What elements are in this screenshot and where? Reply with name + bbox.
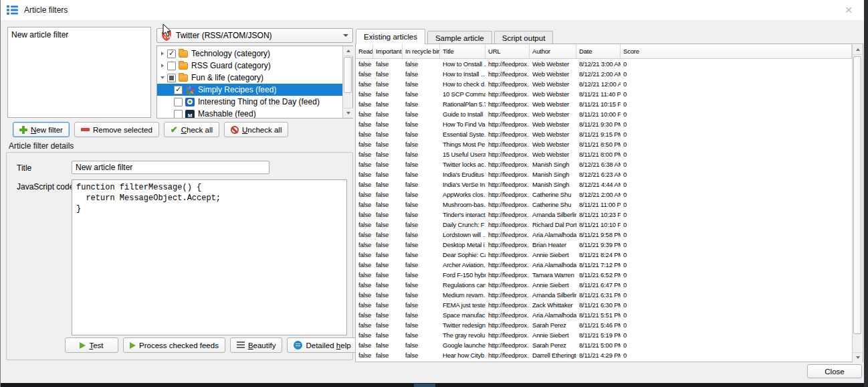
article-row[interactable]: falsefalsefalseRationalPlan 5.7…http://f… (356, 99, 852, 109)
window-close-icon[interactable]: ✕ (840, 2, 857, 18)
cell-title: India's Eruditus … (440, 169, 485, 179)
check-all-button[interactable]: ✔ Check all (164, 122, 219, 137)
checkbox[interactable] (174, 86, 183, 94)
cell-date: 8/11/21 10:00 PM (576, 109, 621, 119)
article-row[interactable]: falsefalsefalseMedium revam…http://feedp… (356, 290, 852, 300)
title-input[interactable] (72, 161, 269, 174)
column-header-important[interactable]: Important (373, 44, 403, 58)
cell-author: Brian Heater (530, 240, 576, 250)
tab-sample-article[interactable]: Sample article (427, 31, 492, 44)
article-row[interactable]: falsefalsefalseIndia's Eruditus …http://… (356, 169, 852, 179)
article-row[interactable]: falsefalsefalseHow to Install …http://fe… (356, 69, 852, 79)
beautify-button[interactable]: Beautify (230, 337, 283, 353)
column-header-author[interactable]: Author (530, 44, 576, 58)
cell-url: http://feedprox… (485, 99, 530, 109)
article-row[interactable]: falsefalsefalseLordstown will …http://fe… (356, 230, 852, 240)
scrollbar-thumb[interactable] (853, 56, 861, 334)
article-row[interactable]: falsefalsefalseGoogle launche…http://fee… (356, 340, 852, 350)
tree-item-technology[interactable]: Technology (category) (157, 48, 344, 60)
article-row[interactable]: falsefalsefalseDear Sophie: Ca…http://fe… (356, 250, 852, 260)
detailed-help-button[interactable]: Detailed help (287, 337, 357, 353)
article-row[interactable]: falsefalsefalseHow To Find Va…http://fee… (356, 119, 852, 129)
article-row[interactable]: falsefalsefalseSpace manufac…http://feed… (356, 310, 852, 320)
checkbox[interactable] (174, 98, 183, 106)
article-row[interactable]: falsefalsefalseTinder's interact…http://… (356, 210, 852, 220)
column-header-title[interactable]: Title (440, 44, 485, 58)
article-row[interactable]: falsefalsefalseGuide to Install …http://… (356, 109, 852, 119)
article-row[interactable]: falsefalsefalseTwitter redesign…http://f… (356, 320, 852, 330)
right-tabbar: Existing articles Sample article Script … (356, 29, 553, 44)
article-row[interactable]: falsefalsefalseFord F-150 hybr…http://fe… (356, 270, 852, 280)
tree-item-fun-and-life[interactable]: Fun & life (category) (157, 72, 344, 84)
filter-list-item[interactable]: New article filter (11, 29, 147, 40)
article-row[interactable]: falsefalsefalseHear how Cityb…http://fee… (356, 350, 852, 360)
cell-read: false (356, 159, 373, 169)
tree-item-mashable[interactable]: M Mashable (feed) (157, 108, 344, 119)
scroll-down-icon[interactable] (853, 352, 863, 362)
expander-icon[interactable] (158, 62, 167, 70)
tab-existing-articles[interactable]: Existing articles (356, 29, 425, 44)
expander-icon[interactable] (158, 50, 167, 58)
article-row[interactable]: falsefalsefalseEssential Syste…http://fe… (356, 129, 852, 139)
article-row[interactable]: falsefalsefalseAppWorks clos…http://feed… (356, 189, 852, 200)
new-filter-button[interactable]: New filter (13, 122, 70, 137)
column-header-date[interactable]: Date (576, 44, 621, 58)
tree-item-interesting-thing[interactable]: Interesting Thing of the Day (feed) (157, 96, 344, 108)
column-header-read[interactable]: Read (356, 44, 373, 58)
cell-important: false (373, 89, 403, 99)
details-actions: Test Process checked feeds Beautify Deta… (65, 337, 358, 353)
article-row[interactable]: falsefalsefalse15 Useful Usera…http://fe… (356, 149, 852, 159)
filter-list[interactable]: New article filter (7, 27, 151, 118)
js-code-editor[interactable]: function filterMessage() { return Messag… (72, 179, 347, 335)
column-header-score[interactable]: Score (621, 44, 852, 58)
scroll-up-icon[interactable] (343, 46, 353, 56)
article-row[interactable]: falsefalsefalseThings Most Pe…http://fee… (356, 139, 852, 149)
cell-read: false (356, 310, 373, 320)
cell-score: 0 (621, 119, 852, 129)
table-scrollbar[interactable] (852, 45, 862, 362)
article-row[interactable]: falsefalsefalseIndia's VerSe In…http://f… (356, 179, 852, 189)
cell-in-recycle-bin: false (403, 129, 440, 139)
article-row[interactable]: falsefalsefalseDesktop Metal i…http://fe… (356, 240, 852, 250)
article-row[interactable]: falsefalsefalseHow to check d…http://fee… (356, 79, 852, 89)
test-button[interactable]: Test (65, 337, 118, 353)
scroll-up-icon[interactable] (853, 45, 863, 55)
column-header-url[interactable]: URL (485, 44, 530, 58)
article-row[interactable]: falsefalsefalseHow to Onstall …http://fe… (356, 59, 852, 69)
process-checked-feeds-button[interactable]: Process checked feeds (123, 337, 225, 353)
cell-score: 0 (621, 270, 852, 280)
scrollbar-thumb[interactable] (344, 57, 352, 93)
article-row[interactable]: falsefalsefalseArcher Aviation…http://fe… (356, 260, 852, 270)
cell-score: 0 (621, 310, 852, 320)
checkbox[interactable] (174, 110, 183, 119)
cell-read: false (356, 149, 373, 159)
article-row[interactable]: falsefalsefalseDaily Crunch: F…http://fe… (356, 220, 852, 230)
column-header-in-recycle-bin[interactable]: In recycle bin (403, 44, 440, 58)
tree-item-rss-guard[interactable]: RSS Guard (category) (157, 60, 344, 72)
checkbox[interactable] (167, 74, 176, 82)
cell-date: 8/11/21 6:30 PM (576, 300, 621, 310)
article-row[interactable]: falsefalsefalse10 SCP Comma…http://feedp… (356, 89, 852, 99)
article-row[interactable]: falsefalsefalseTwitter locks ac…http://f… (356, 159, 852, 169)
cell-date: 8/11/21 8:24 PM (576, 250, 621, 260)
cell-title: Space manufac… (440, 310, 485, 320)
tab-script-output[interactable]: Script output (494, 31, 554, 44)
checkbox[interactable] (167, 62, 176, 70)
tree-item-simply-recipes[interactable]: Simply Recipes (feed) (157, 84, 344, 96)
article-row[interactable]: falsefalsefalseThe gray revolu…http://fe… (356, 330, 852, 340)
close-button[interactable]: Close (807, 364, 862, 378)
cell-read: false (356, 300, 373, 310)
article-row[interactable]: falsefalsefalseRegulations can…http://fe… (356, 280, 852, 290)
article-row[interactable]: falsefalsefalseFEMA just teste…http://fe… (356, 300, 852, 310)
cell-score: 0 (621, 59, 852, 69)
remove-selected-button[interactable]: Remove selected (74, 122, 159, 137)
scroll-down-icon[interactable] (343, 108, 353, 118)
account-dropdown[interactable]: Twitter (RSS/ATOM/JSON) (156, 28, 353, 43)
article-row[interactable]: falsefalsefalseMushroom-bas…http://feedp… (356, 200, 852, 210)
tree-scrollbar[interactable] (342, 46, 352, 118)
expander-icon[interactable] (158, 74, 167, 82)
uncheck-all-button[interactable]: Uncheck all (224, 122, 288, 137)
cell-title: Dear Sophie: Ca… (440, 250, 485, 260)
checkbox[interactable] (167, 50, 176, 58)
cell-in-recycle-bin: false (403, 230, 440, 240)
